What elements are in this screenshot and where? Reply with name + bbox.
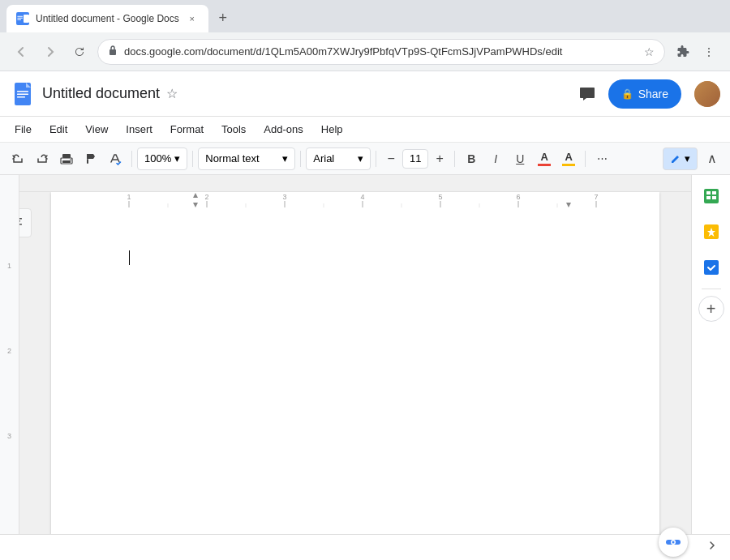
- url-bar[interactable]: docs.google.com/document/d/1QLm5A00m7XWJ…: [97, 39, 665, 65]
- menu-addons[interactable]: Add-ons: [256, 119, 311, 140]
- menu-edit[interactable]: Edit: [41, 119, 75, 140]
- svg-rect-49: [704, 260, 719, 275]
- top-ruler: 1 2 3 4 5 6 7: [19, 191, 691, 192]
- svg-rect-10: [62, 154, 71, 158]
- docs-logo: [10, 78, 36, 110]
- svg-rect-39: [19, 218, 22, 220]
- document-title[interactable]: Untitled document: [42, 85, 160, 102]
- tab-close-button[interactable]: ×: [186, 12, 199, 25]
- sidebar-tasks-icon[interactable]: [697, 253, 726, 282]
- extensions-button[interactable]: [672, 41, 694, 63]
- toolbar-divider-5: [454, 151, 455, 167]
- toolbar-divider-1: [131, 151, 132, 167]
- toolbar-right: ▾ ∧: [663, 147, 724, 170]
- editing-mode-arrow: ▾: [685, 152, 690, 165]
- menu-view[interactable]: View: [77, 119, 116, 140]
- text-color-indicator: [538, 164, 551, 166]
- sidebar-sheets-icon[interactable]: [697, 182, 726, 211]
- zoom-value: 100%: [144, 152, 171, 165]
- italic-button[interactable]: I: [484, 147, 507, 170]
- spell-check-button[interactable]: [104, 147, 127, 170]
- tab-title: Untitled document - Google Docs: [36, 13, 179, 24]
- ruler-mark-2: 2: [0, 348, 19, 355]
- right-sidebar: +: [691, 175, 730, 534]
- outline-icon[interactable]: [19, 208, 32, 237]
- comment-button[interactable]: [573, 79, 602, 109]
- svg-text:1: 1: [127, 193, 131, 201]
- svg-rect-8: [17, 93, 28, 95]
- toolbar-divider-2: [192, 151, 193, 167]
- share-button[interactable]: 🔒 Share: [608, 79, 681, 109]
- menu-format[interactable]: Format: [162, 119, 212, 140]
- paint-format-button[interactable]: [79, 147, 102, 170]
- svg-rect-14: [87, 159, 88, 164]
- document-scroll-area[interactable]: 1 2 3 4 5 6 7: [19, 175, 691, 534]
- sidebar-add-button[interactable]: +: [698, 296, 724, 322]
- svg-rect-43: [704, 189, 719, 203]
- active-tab[interactable]: Untitled document - Google Docs ×: [6, 5, 208, 32]
- svg-rect-9: [17, 96, 25, 98]
- back-button[interactable]: [10, 41, 32, 63]
- font-value: Arial: [313, 152, 334, 165]
- app-area: Untitled document ☆ 🔒 Share File Edit Vi…: [0, 71, 730, 560]
- editing-mode-button[interactable]: ▾: [663, 147, 698, 170]
- forward-button[interactable]: [39, 41, 62, 63]
- svg-rect-47: [712, 196, 716, 199]
- share-lock-icon: 🔒: [621, 88, 633, 100]
- redo-button[interactable]: [31, 147, 54, 170]
- style-arrow-icon: ▾: [282, 152, 288, 165]
- menu-file[interactable]: File: [6, 119, 40, 140]
- font-size-area: − +: [381, 149, 449, 169]
- star-icon[interactable]: ☆: [166, 86, 178, 101]
- zoom-selector[interactable]: 100% ▾: [137, 147, 187, 170]
- svg-text:3: 3: [282, 193, 286, 201]
- underline-button[interactable]: U: [509, 147, 531, 170]
- left-ruler: 1 2 3: [0, 175, 19, 534]
- user-avatar[interactable]: [694, 81, 720, 107]
- highlight-color-indicator: [562, 164, 575, 166]
- zoom-arrow-icon: ▾: [174, 152, 180, 165]
- browser-menu-button[interactable]: ⋮: [698, 41, 720, 63]
- menu-insert[interactable]: Insert: [118, 119, 161, 140]
- app-header: Untitled document ☆ 🔒 Share: [0, 71, 730, 117]
- toolbar-divider-4: [376, 151, 376, 167]
- toolbar-divider-6: [585, 151, 586, 167]
- font-selector[interactable]: Arial ▾: [306, 147, 371, 170]
- browser-frame: Untitled document - Google Docs × + docs…: [0, 0, 730, 560]
- explore-button[interactable]: [659, 528, 688, 557]
- svg-text:6: 6: [516, 193, 520, 201]
- text-color-button[interactable]: A: [533, 147, 556, 170]
- font-size-input[interactable]: [402, 149, 428, 169]
- sidebar-keep-icon[interactable]: [697, 217, 726, 246]
- highlight-letter: A: [565, 151, 573, 163]
- sidebar-toggle-button[interactable]: [701, 534, 724, 557]
- new-tab-button[interactable]: +: [212, 6, 234, 29]
- document-page[interactable]: [51, 192, 659, 534]
- undo-button[interactable]: [6, 147, 29, 170]
- bookmark-icon[interactable]: ☆: [644, 45, 655, 58]
- highlight-color-button[interactable]: A: [557, 147, 580, 170]
- svg-text:5: 5: [438, 193, 442, 201]
- increase-font-size-button[interactable]: +: [430, 149, 449, 169]
- share-label: Share: [638, 88, 668, 100]
- decrease-font-size-button[interactable]: −: [381, 149, 401, 169]
- sidebar-divider: [702, 289, 721, 289]
- svg-text:7: 7: [594, 193, 598, 201]
- more-options-button[interactable]: ⋯: [590, 147, 613, 170]
- svg-rect-4: [110, 49, 116, 55]
- style-value: Normal text: [205, 152, 259, 165]
- print-button[interactable]: [55, 147, 78, 170]
- svg-rect-46: [706, 196, 711, 199]
- menu-tools[interactable]: Tools: [213, 119, 254, 140]
- menu-help[interactable]: Help: [313, 119, 351, 140]
- collapse-toolbar-button[interactable]: ∧: [701, 147, 724, 170]
- reload-button[interactable]: [68, 41, 91, 63]
- paragraph-style-selector[interactable]: Normal text ▾: [198, 147, 295, 170]
- svg-rect-2: [17, 18, 23, 19]
- svg-rect-40: [19, 220, 20, 222]
- address-bar: docs.google.com/document/d/1QLm5A00m7XWJ…: [0, 32, 730, 71]
- bold-button[interactable]: B: [460, 147, 483, 170]
- ruler-mark-1: 1: [0, 263, 19, 270]
- ruler-mark-3: 3: [0, 433, 19, 440]
- text-cursor: [129, 250, 130, 265]
